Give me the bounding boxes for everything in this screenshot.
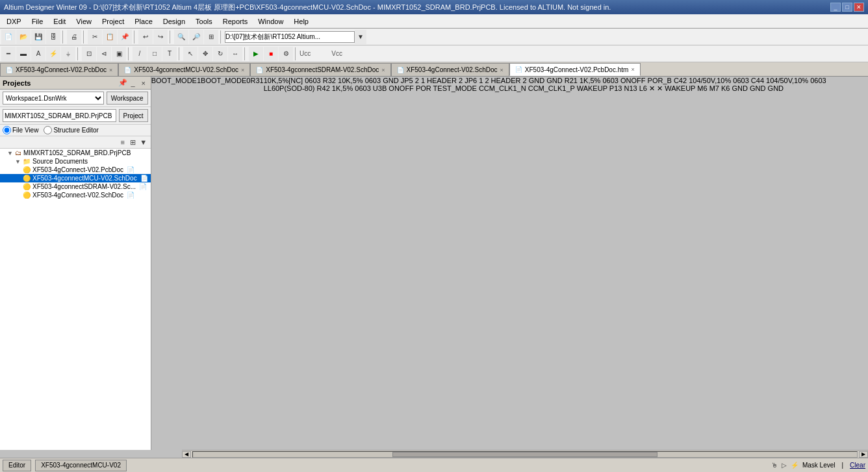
tb-comp[interactable]: ⊡ — [82, 47, 96, 61]
tb-text[interactable]: T — [162, 47, 177, 61]
tb-save-all[interactable]: 🗄 — [46, 30, 60, 44]
sheet-tab[interactable]: XF503-4gconnectMCU-V02 — [35, 460, 127, 471]
tb-open[interactable]: 📂 — [16, 30, 31, 44]
tb-port[interactable]: ⊲ — [97, 47, 111, 61]
tab-close-4[interactable]: × — [500, 67, 504, 73]
editor-tab[interactable]: Editor — [3, 460, 31, 471]
tab-connectsch[interactable]: 📄 XF503-4gConnect-V02.SchDoc × — [391, 63, 509, 76]
structview-radio[interactable]: Structure Editor — [44, 126, 98, 134]
view-icon-down[interactable]: ▼ — [139, 138, 148, 147]
tree-arrow-src: ▼ — [15, 158, 21, 165]
menu-help[interactable]: Help — [288, 14, 314, 28]
file-tree: ▼ 🗂 MIMXRT1052_SDRAM_BRD.PrjPCB ▼ 📁 Sour… — [0, 149, 151, 450]
tb-select[interactable]: ↖ — [183, 47, 198, 61]
tb-browse[interactable]: ▼ — [355, 30, 366, 44]
menu-window[interactable]: Window — [253, 14, 288, 28]
tree-sdram-sch[interactable]: 🟡 XF503-4gconnectSDRAM-V02.Sc... 📄 — [0, 182, 151, 191]
tb-net-label[interactable]: A — [31, 47, 45, 61]
status-sep: | — [841, 462, 843, 469]
tb-sheet[interactable]: ▣ — [112, 47, 126, 61]
tree-source-docs[interactable]: ▼ 📁 Source Documents — [0, 157, 151, 166]
panel-pin[interactable]: 📌 — [118, 79, 127, 88]
tab-pcbdoc[interactable]: 📄 XF503-4gConnect-V02.PcbDoc × — [0, 63, 118, 76]
tb-print[interactable]: 🖨 — [67, 30, 81, 44]
workspace-dropdown[interactable]: Workspace1.DsnWrk — [3, 92, 104, 105]
tab-label-5: XF503-4gConnect-V02.PcbDoc.htm — [525, 66, 629, 73]
left-panel: Projects 📌 _ × Workspace1.DsnWrk Workspa… — [0, 77, 151, 450]
close-button[interactable]: ✕ — [854, 3, 864, 12]
tree-connect-sch[interactable]: 🟡 XF503-4gConnect-V02.SchDoc 📄 — [0, 191, 151, 199]
minimize-button[interactable]: _ — [830, 3, 841, 12]
panel-close-btn[interactable]: × — [139, 79, 148, 88]
tb-run[interactable]: ▶ — [249, 47, 263, 61]
tb-line[interactable]: / — [133, 47, 147, 61]
tb-power[interactable]: ⚡ — [46, 47, 60, 61]
tree-label-sdram: XF503-4gconnectSDRAM-V02.Sc... — [32, 183, 136, 190]
tb-rotate[interactable]: ↻ — [213, 47, 227, 61]
tab-sdramsch[interactable]: 📄 XF503-4gconnectSDRAM-V02.SchDoc × — [250, 63, 390, 76]
menu-dxp[interactable]: DXP — [1, 14, 27, 28]
main-layout: Projects 📌 _ × Workspace1.DsnWrk Workspa… — [0, 77, 868, 450]
menu-place[interactable]: Place — [129, 14, 158, 28]
tb-copy[interactable]: 📋 — [103, 30, 117, 44]
tb-zoom-fit[interactable]: ⊞ — [204, 30, 218, 44]
menu-edit[interactable]: Edit — [48, 14, 71, 28]
sheet-label: XF503-4gconnectMCU-V02 — [41, 462, 121, 469]
menu-design[interactable]: Design — [158, 14, 190, 28]
fileview-radio[interactable]: File View — [3, 126, 38, 134]
tab-htm[interactable]: 📄 XF503-4gConnect-V02.PcbDoc.htm × — [509, 63, 641, 76]
scroll-right[interactable]: ▶ — [859, 451, 868, 458]
tree-label-connect: XF503-4gConnect-V02.SchDoc — [32, 192, 123, 199]
tree-root[interactable]: ▼ 🗂 MIMXRT1052_SDRAM_BRD.PrjPCB — [0, 149, 151, 157]
tab-close-1[interactable]: × — [109, 67, 112, 73]
panel-header: Projects 📌 _ × — [0, 77, 151, 90]
menu-view[interactable]: View — [71, 14, 97, 28]
menu-file[interactable]: File — [27, 14, 49, 28]
tb-cut[interactable]: ✂ — [88, 30, 102, 44]
scroll-left[interactable]: ◀ — [182, 451, 191, 458]
structview-label: Structure Editor — [53, 127, 98, 134]
tab-close-2[interactable]: × — [241, 67, 244, 73]
tb-gnd[interactable]: ⏚ — [61, 47, 75, 61]
tb-stop[interactable]: ■ — [264, 47, 278, 61]
tb-save[interactable]: 💾 — [31, 30, 45, 44]
tree-pcbdoc[interactable]: 🟡 XF503-4gConnect-V02.PcbDoc 📄 — [0, 166, 151, 174]
sep5 — [220, 31, 223, 43]
tb-bus[interactable]: ▬ — [16, 47, 31, 61]
tb-paste[interactable]: 📌 — [118, 30, 132, 44]
tb-undo[interactable]: ↩ — [138, 30, 153, 44]
tab-label-3: XF503-4gconnectSDRAM-V02.SchDoc — [266, 66, 379, 73]
panel-minimize[interactable]: _ — [129, 79, 138, 88]
view-icon-list[interactable]: ≡ — [118, 138, 127, 147]
scroll-track-h[interactable] — [192, 451, 858, 458]
view-icon-grid[interactable]: ⊞ — [129, 138, 138, 147]
maximize-button[interactable]: □ — [842, 3, 852, 12]
tb-rect[interactable]: □ — [147, 47, 162, 61]
menu-project[interactable]: Project — [97, 14, 129, 28]
tree-mcu-sch[interactable]: 🟡 XF503-4gconnectMCU-V02.SchDoc 📄 — [0, 174, 151, 182]
menu-tools[interactable]: Tools — [190, 14, 218, 28]
tab-close-5[interactable]: × — [631, 66, 634, 73]
editor-label: Editor — [8, 462, 25, 469]
tab-close-3[interactable]: × — [381, 67, 385, 73]
clear-button[interactable]: Clear — [850, 462, 865, 469]
tb-zoom-out[interactable]: 🔎 — [189, 30, 203, 44]
path-input[interactable] — [225, 31, 355, 43]
menu-reports[interactable]: Reports — [218, 14, 253, 28]
tree-doc-icon-2: 📄 — [140, 175, 148, 182]
tb-mirror[interactable]: ↔ — [228, 47, 242, 61]
workspace-button[interactable]: Workspace — [107, 92, 148, 105]
toolbar-row-1: 📄 📂 💾 🗄 🖨 ✂ 📋 📌 ↩ ↪ 🔍 🔎 ⊞ ▼ — [0, 29, 868, 45]
tb-zoom-in[interactable]: 🔍 — [174, 30, 188, 44]
tb-wire[interactable]: ━ — [1, 47, 16, 61]
tab-mcusch[interactable]: 📄 XF503-4gconnectMCU-V02.SchDoc × — [118, 63, 250, 76]
tb-new[interactable]: 📄 — [1, 30, 16, 44]
project-button[interactable]: Project — [119, 109, 148, 122]
tb-compile[interactable]: ⚙ — [279, 47, 293, 61]
tree-arrow-root: ▼ — [7, 150, 13, 156]
tb-move[interactable]: ✥ — [198, 47, 212, 61]
title-text: Altium Designer Winter 09 - D:\[07]技术创新\… — [4, 3, 830, 12]
tree-file-icon-1: 🟡 — [23, 166, 31, 173]
project-field[interactable] — [3, 109, 116, 122]
tb-redo[interactable]: ↪ — [153, 30, 168, 44]
